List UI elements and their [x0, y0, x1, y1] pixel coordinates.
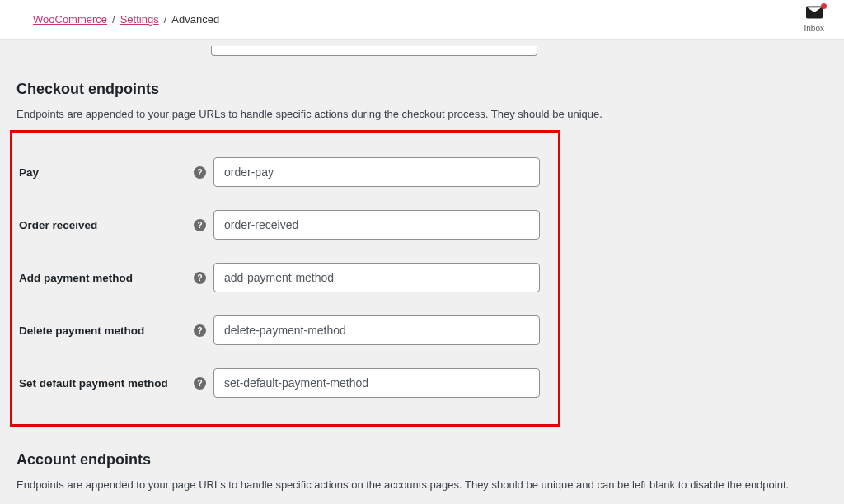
notification-dot-icon: [821, 3, 827, 9]
inbox-button[interactable]: Inbox: [804, 6, 824, 33]
help-tooltip[interactable]: ?: [194, 219, 213, 231]
envelope-icon: [806, 6, 823, 22]
form-row-add-payment: Add payment method ?: [12, 251, 558, 304]
help-icon: ?: [194, 166, 206, 179]
delete-payment-input[interactable]: [213, 315, 540, 345]
add-payment-input[interactable]: [213, 263, 540, 292]
partial-input-above[interactable]: [211, 46, 537, 56]
pay-label: Pay: [19, 166, 194, 179]
help-tooltip[interactable]: ?: [194, 272, 213, 284]
help-icon: ?: [194, 324, 206, 337]
top-bar: WooCommerce / Settings / Advanced Inbox: [0, 0, 844, 40]
order-received-label: Order received: [19, 219, 194, 231]
breadcrumb-current: Advanced: [171, 13, 219, 26]
order-received-input[interactable]: [213, 210, 540, 240]
help-icon: ?: [194, 377, 206, 390]
breadcrumb: WooCommerce / Settings / Advanced: [33, 13, 219, 26]
main-content: Checkout endpoints Endpoints are appende…: [0, 46, 844, 491]
help-icon: ?: [194, 272, 206, 284]
pay-input[interactable]: [213, 157, 540, 187]
help-icon: ?: [194, 219, 206, 231]
form-row-delete-payment: Delete payment method ?: [12, 304, 558, 357]
form-row-order-received: Order received ?: [12, 198, 558, 251]
checkout-endpoints-desc: Endpoints are appended to your page URLs…: [16, 108, 828, 120]
breadcrumb-separator: /: [164, 13, 167, 26]
inbox-label: Inbox: [804, 24, 824, 33]
checkout-endpoints-title: Checkout endpoints: [16, 81, 828, 98]
checkout-endpoints-highlight: Pay ? Order received ? Add payment metho…: [10, 130, 560, 427]
set-default-payment-label: Set default payment method: [19, 377, 194, 390]
add-payment-label: Add payment method: [19, 272, 194, 284]
breadcrumb-link-settings[interactable]: Settings: [120, 13, 159, 26]
form-row-set-default-payment: Set default payment method ?: [12, 357, 558, 409]
set-default-payment-input[interactable]: [213, 368, 540, 398]
breadcrumb-link-woocommerce[interactable]: WooCommerce: [33, 13, 107, 26]
help-tooltip[interactable]: ?: [194, 377, 213, 390]
account-endpoints-desc: Endpoints are appended to your page URLs…: [16, 478, 828, 491]
delete-payment-label: Delete payment method: [19, 324, 194, 337]
help-tooltip[interactable]: ?: [194, 166, 213, 179]
account-endpoints-title: Account endpoints: [16, 451, 828, 469]
breadcrumb-separator: /: [112, 13, 115, 26]
form-row-pay: Pay ?: [12, 146, 558, 198]
help-tooltip[interactable]: ?: [194, 324, 213, 337]
